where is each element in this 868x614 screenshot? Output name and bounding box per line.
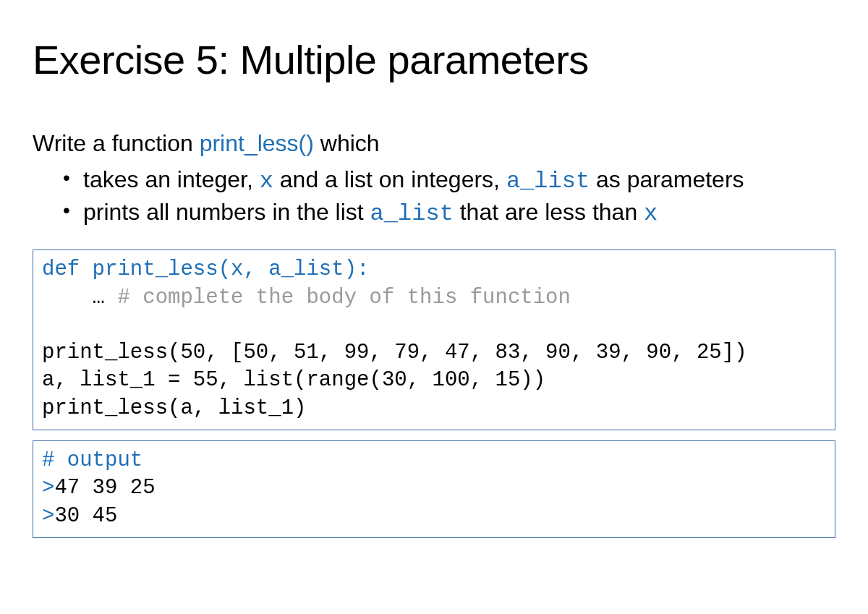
bullet1-t3: as parameters: [590, 166, 744, 192]
bullet2-t1: prints all numbers in the list: [83, 199, 370, 225]
code1-line5: print_less(a, list_1): [42, 396, 306, 420]
bullet-item-2: prints all numbers in the list a_list th…: [83, 197, 835, 229]
code-box-definition: def print_less(x, a_list): … # complete …: [33, 250, 835, 430]
intro-text: Write a function print_less() which: [33, 130, 835, 157]
code2-line3a: >: [42, 504, 54, 528]
code1-line3: print_less(50, [50, 51, 99, 79, 47, 83, …: [42, 341, 747, 364]
intro-fn-name: print_less(): [200, 130, 314, 156]
bullet1-t2: and a list on integers,: [273, 166, 506, 192]
code1-line2a: …: [42, 286, 117, 310]
bullet2-code2: x: [644, 200, 658, 227]
code1-line1: def print_less(x, a_list):: [42, 257, 369, 281]
bullet1-code2: a_list: [506, 168, 590, 195]
code1-line4: a, list_1 = 55, list(range(30, 100, 15)): [42, 368, 545, 392]
code2-line3b: 30 45: [54, 504, 117, 528]
code2-line1: # output: [42, 448, 142, 472]
bullet1-code1: x: [260, 168, 273, 195]
code-box-output: # output >47 39 25 >30 45: [33, 440, 835, 538]
bullet2-t2: that are less than: [454, 199, 644, 225]
bullet1-t1: takes an integer,: [83, 166, 260, 192]
bullet-item-1: takes an integer, x and a list on intege…: [83, 164, 835, 197]
bullet2-code1: a_list: [370, 200, 454, 227]
page-title: Exercise 5: Multiple parameters: [33, 36, 835, 83]
code2-line2b: 47 39 25: [54, 476, 155, 500]
code2-line2a: >: [42, 476, 54, 500]
code1-line2b: # complete the body of this function: [117, 286, 571, 310]
intro-post: which: [314, 130, 380, 156]
intro-pre: Write a function: [33, 130, 200, 156]
bullet-list: takes an integer, x and a list on intege…: [33, 164, 835, 229]
